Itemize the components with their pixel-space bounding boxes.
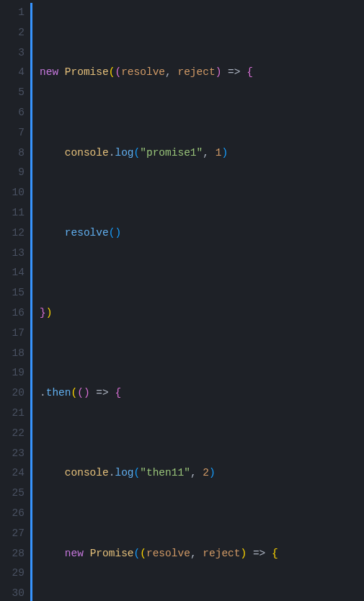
string-literal: "then11": [140, 463, 190, 484]
number-literal: 1: [216, 143, 222, 164]
line-number: 7: [4, 123, 25, 143]
line-number: 22: [4, 424, 25, 444]
code-line[interactable]: .then(() => {: [40, 383, 303, 404]
code-area[interactable]: new Promise((resolve, reject) => { conso…: [32, 0, 303, 601]
line-number: 15: [4, 283, 25, 303]
line-number: 25: [4, 484, 25, 504]
method-then: then: [46, 383, 71, 404]
line-number: 8: [4, 143, 25, 164]
line-number: 16: [4, 303, 25, 324]
line-number: 19: [4, 363, 25, 383]
string-literal: "promise1": [140, 143, 203, 164]
line-number: 5: [4, 83, 25, 103]
param-reject: reject: [177, 63, 215, 83]
line-number: 18: [4, 344, 25, 364]
line-number: 9: [4, 163, 25, 183]
code-line[interactable]: }): [40, 303, 303, 324]
code-line[interactable]: console.log("then11", 2): [40, 463, 303, 484]
line-number: 26: [4, 504, 25, 524]
line-number: 10: [4, 183, 25, 203]
line-number-gutter: 1 2 3 4 5 6 7 8 9 10 11 12 13 14 15 16 1…: [0, 0, 30, 601]
line-number: 27: [4, 524, 25, 544]
line-number: 6: [4, 103, 25, 123]
code-editor[interactable]: 1 2 3 4 5 6 7 8 9 10 11 12 13 14 15 16 1…: [0, 0, 364, 601]
line-number: 11: [4, 203, 25, 223]
keyword-new: new: [40, 63, 58, 83]
object-console: console: [65, 143, 109, 164]
line-number: 1: [4, 3, 25, 23]
line-number: 21: [4, 404, 25, 424]
line-number: 2: [4, 23, 25, 43]
line-number: 4: [4, 63, 25, 83]
line-number: 13: [4, 244, 25, 264]
method-log: log: [115, 143, 133, 164]
line-number: 28: [4, 544, 25, 564]
code-line[interactable]: new Promise((resolve, reject) => {: [40, 544, 303, 564]
line-number: 12: [4, 223, 25, 244]
line-number: 20: [4, 383, 25, 404]
param-resolve: resolve: [121, 63, 165, 83]
code-line[interactable]: console.log("promise1", 1): [40, 143, 303, 164]
line-number: 24: [4, 463, 25, 484]
code-line[interactable]: new Promise((resolve, reject) => {: [40, 63, 303, 83]
call-resolve: resolve: [65, 223, 109, 244]
code-line[interactable]: resolve(): [40, 223, 303, 244]
line-number: 30: [4, 584, 25, 601]
line-number: 23: [4, 444, 25, 464]
line-number: 29: [4, 564, 25, 584]
line-number: 14: [4, 263, 25, 283]
line-number: 3: [4, 43, 25, 63]
class-promise: Promise: [65, 63, 109, 83]
line-number: 17: [4, 324, 25, 344]
